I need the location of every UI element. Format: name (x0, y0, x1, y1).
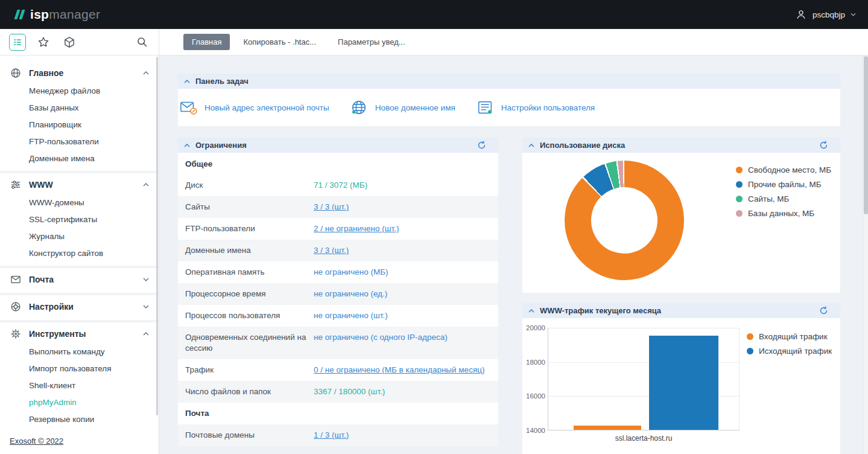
row-value-link[interactable]: 3 / 3 (шт.) (314, 245, 491, 256)
sidebar-group-settings-header[interactable]: Настройки (0, 297, 159, 316)
row-value: 3367 / 180000 (шт.) (314, 386, 491, 397)
row-label: Трафик (185, 365, 314, 376)
products-button[interactable] (61, 34, 78, 51)
tab-copy-htaccess[interactable]: Копировать - .htac... (235, 34, 325, 50)
sidebar-group-label: Настройки (29, 302, 74, 312)
sidebar-group-label: Главное (29, 68, 63, 78)
sidebar-scrollbar[interactable] (156, 57, 158, 415)
search-button[interactable] (133, 34, 150, 51)
scrollbar-thumb[interactable] (864, 56, 868, 214)
legend-item-free-space[interactable]: Свободное место, МБ (736, 162, 831, 177)
page-scrollbar[interactable] (863, 56, 868, 454)
tasks-panel-header[interactable]: Панель задач (178, 74, 840, 89)
row-value: 71 / 3072 (МБ) (314, 180, 491, 191)
sidebar-item-site-builder[interactable]: Конструктор сайтов (0, 245, 159, 262)
disk-usage-panel-header[interactable]: Использование диска (522, 138, 840, 153)
gear-icon (10, 328, 22, 340)
traffic-panel: WWW-трафик текущего месяца 20000 18000 1… (522, 303, 840, 454)
sidebar-item-domain-names[interactable]: Доменные имена (0, 150, 159, 167)
caret-down-icon (851, 13, 856, 16)
globe-add-icon (350, 98, 368, 117)
y-axis-tick: 18000 (524, 359, 545, 366)
traffic-panel-header[interactable]: WWW-трафик текущего месяца (522, 303, 840, 318)
row-value-link[interactable]: 2 / не ограничено (шт.) (314, 223, 491, 234)
legend-label: Входящий трафик (759, 332, 828, 341)
sidebar-item-logs[interactable]: Журналы (0, 228, 159, 245)
task-link-label: Настройки пользователя (501, 103, 595, 112)
sidebar-group-main: Главное Менеджер файлов Базы данных План… (0, 62, 159, 171)
sidebar-item-ftp-users[interactable]: FTP-пользователи (0, 133, 159, 150)
table-row: Сайты 3 / 3 (шт.) (178, 196, 498, 218)
sidebar-item-file-manager[interactable]: Менеджер файлов (0, 83, 159, 100)
legend-item-other-files[interactable]: Прочие файлы, МБ (736, 177, 831, 191)
legend-dot (736, 167, 743, 173)
sidebar-group-label: WWW (29, 180, 53, 190)
bar-incoming-traffic (574, 426, 641, 430)
new-email-address-link[interactable]: Новый адрес электронной почты (179, 98, 334, 117)
sidebar-group-main-header[interactable]: Главное (0, 63, 159, 83)
row-value: не ограничено (шт.) (314, 310, 491, 321)
table-row: Оперативная память не ограничено (МБ) (178, 261, 498, 283)
sidebar-item-shell-client[interactable]: Shell-клиент (0, 377, 159, 394)
row-label: Диск (185, 180, 314, 191)
topbar: ispmanager pscbqbjp (0, 0, 868, 29)
new-domain-name-link[interactable]: Новое доменное имя (350, 98, 460, 117)
chevron-up-icon (143, 71, 149, 75)
row-label: Число файлов и папок (185, 386, 314, 397)
sidebar: Главное Менеджер файлов Базы данных План… (0, 56, 159, 454)
box-icon (63, 36, 76, 49)
sidebar-group-tools-header[interactable]: Инструменты (0, 324, 159, 344)
ispmanager-logo[interactable]: ispmanager (16, 7, 100, 22)
user-settings-link[interactable]: Настройки пользователя (476, 98, 600, 117)
row-value: не ограничено (с одного IP-адреса) (314, 332, 491, 343)
legend-item-incoming[interactable]: Входящий трафик (747, 329, 832, 344)
row-value-link[interactable]: 1 / 3 (шт.) (314, 430, 491, 441)
legend-label: Базы данных, МБ (748, 209, 814, 218)
exosoft-copyright-link[interactable]: Exosoft © 2022 (10, 436, 63, 446)
row-label: Процессов пользователя (185, 310, 314, 321)
toolbar: Главная Копировать - .htac... Параметры … (0, 29, 868, 56)
chevron-down-icon (143, 278, 149, 281)
table-row: Число файлов и папок 3367 / 180000 (шт.) (178, 381, 498, 403)
sidebar-group-mail-header[interactable]: Почта (0, 270, 159, 289)
favorites-button[interactable] (35, 34, 52, 51)
sidebar-item-phpmyadmin[interactable]: phpMyAdmin (0, 394, 159, 411)
sidebar-group-label: Почта (29, 275, 54, 284)
legend-item-outgoing[interactable]: Исходящий трафик (747, 344, 832, 358)
tab-notification-params[interactable]: Параметры увед... (329, 34, 414, 50)
legend-item-databases[interactable]: Базы данных, МБ (736, 206, 831, 220)
logo-text: ispmanager (30, 7, 100, 22)
row-value-link[interactable]: 3 / 3 (шт.) (314, 202, 491, 213)
refresh-icon[interactable] (819, 141, 828, 150)
sidebar-item-databases[interactable]: Базы данных (0, 100, 159, 117)
sliders-icon (10, 179, 22, 191)
row-value: не ограничено (ед.) (314, 289, 491, 299)
collapse-chevron-icon (528, 309, 534, 313)
chevron-down-icon (143, 305, 149, 309)
tab-home[interactable]: Главная (183, 34, 230, 50)
disk-usage-panel-title: Использование диска (540, 141, 625, 150)
refresh-icon[interactable] (477, 141, 486, 150)
user-settings-icon (476, 98, 494, 117)
sidebar-group-settings: Настройки (0, 293, 159, 320)
right-column: Использование диска Свободное место, МБ … (522, 138, 840, 454)
table-row: FTP-пользователи 2 / не ограничено (шт.) (178, 218, 498, 240)
row-value: не ограничено (МБ) (314, 267, 491, 278)
table-row: Диск 71 / 3072 (МБ) (178, 174, 498, 196)
refresh-icon[interactable] (819, 306, 828, 315)
legend-label: Сайты, МБ (748, 194, 789, 203)
sidebar-group-www-header[interactable]: WWW (0, 175, 159, 194)
legend-item-sites[interactable]: Сайты, МБ (736, 191, 831, 206)
user-levels-button[interactable] (9, 34, 26, 51)
user-menu[interactable]: pscbqbjp (795, 8, 856, 21)
limits-panel-header[interactable]: Ограничения (178, 138, 498, 153)
table-row: Процессорное время не ограничено (ед.) (178, 283, 498, 305)
sidebar-item-run-command[interactable]: Выполнить команду (0, 344, 159, 360)
sidebar-item-backups[interactable]: Резервные копии (0, 411, 159, 428)
sidebar-item-scheduler[interactable]: Планировщик (0, 117, 159, 133)
traffic-panel-title: WWW-трафик текущего месяца (540, 306, 661, 315)
sidebar-item-www-domains[interactable]: WWW-домены (0, 194, 159, 211)
sidebar-item-import-user[interactable]: Импорт пользователя (0, 360, 159, 377)
row-value-link[interactable]: 0 / не ограничено (МБ в календарный меся… (314, 365, 491, 376)
sidebar-item-ssl-certificates[interactable]: SSL-сертификаты (0, 211, 159, 228)
